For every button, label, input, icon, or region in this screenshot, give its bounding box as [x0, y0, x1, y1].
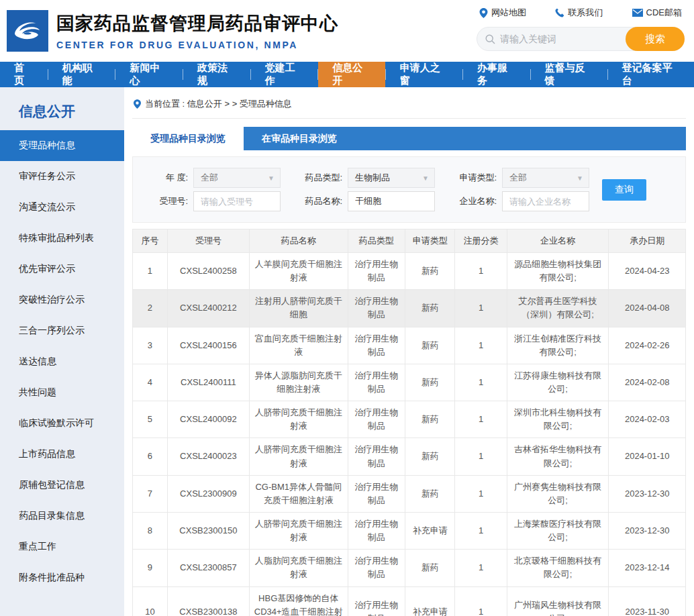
table-cell: 8: [133, 512, 168, 549]
table-cell: 2024-02-08: [609, 364, 686, 401]
acceptance-no-input[interactable]: [193, 191, 281, 211]
year-select[interactable]: 全部▼: [193, 168, 281, 188]
nav-item-1[interactable]: 首页: [0, 62, 48, 87]
table-cell: CXSL2400092: [167, 401, 249, 438]
table-row[interactable]: 2CXSL2400212注射用人脐带间充质干细胞治疗用生物制品新药1艾尔普再生医…: [133, 290, 686, 327]
sidebar-item-14[interactable]: 重点工作: [0, 531, 124, 562]
table-cell: CXSB2300138: [167, 586, 249, 616]
drug-type-label: 药品类型:: [295, 172, 342, 184]
table-cell: 1: [455, 475, 507, 512]
table-row[interactable]: 7CXSL2300909CG-BM1异体人骨髓间充质干细胞注射液治疗用生物制品新…: [133, 475, 686, 512]
sidebar-item-7[interactable]: 三合一序列公示: [0, 315, 124, 346]
table-cell: CXSL2400111: [167, 364, 249, 401]
table-cell: 浙江生创精准医疗科技有限公司;: [507, 327, 609, 364]
table-cell: 人脐带间充质干细胞注射液: [249, 512, 348, 549]
table-cell: 人脐带间充质干细胞注射液: [249, 401, 348, 438]
sidebar-item-8[interactable]: 送达信息: [0, 346, 124, 377]
table-cell: 吉林省拓华生物科技有限公司;: [507, 438, 609, 475]
table-row[interactable]: 1CXSL2400258人羊膜间充质干细胞注射液治疗用生物制品新药1源品细胞生物…: [133, 253, 686, 290]
sidebar-item-3[interactable]: 沟通交流公示: [0, 192, 124, 223]
tab-1[interactable]: 受理品种目录浏览: [132, 127, 244, 150]
nav-item-4[interactable]: 政策法规: [183, 62, 250, 87]
table-row[interactable]: 3CXSL2400156宫血间充质干细胞注射液治疗用生物制品新药1浙江生创精准医…: [133, 327, 686, 364]
sidebar-item-9[interactable]: 共性问题: [0, 377, 124, 408]
sitemap-link[interactable]: 网站地图: [479, 7, 526, 19]
table-cell: 1: [455, 438, 507, 475]
table-cell: 2024-01-10: [609, 438, 686, 475]
phone-icon: [555, 8, 564, 17]
table-row[interactable]: 8CXSB2300150人脐带间充质干细胞注射液治疗用生物制品补充申请1上海莱馥…: [133, 512, 686, 549]
nav-item-8[interactable]: 办事服务: [463, 62, 530, 87]
table-cell: 补充申请: [405, 512, 455, 549]
table-cell: 9: [133, 550, 168, 586]
table-cell: 上海莱馥医疗科技有限公司;: [507, 512, 609, 549]
table-cell: 人脂肪间充质干细胞注射液: [249, 550, 348, 586]
table-cell: 艾尔普再生医学科技（深圳）有限公司;: [507, 290, 609, 327]
cde-mail-link[interactable]: CDE邮箱: [632, 7, 682, 19]
table-cell: 新药: [405, 364, 455, 401]
nav-item-7[interactable]: 申请人之窗: [386, 62, 462, 87]
nav-item-9[interactable]: 监督与反馈: [530, 62, 607, 87]
results-table: 序号受理号药品名称药品类型申请类型注册分类企业名称承办日期 1CXSL24002…: [132, 229, 686, 616]
table-cell: CXSL2300909: [167, 475, 249, 512]
nav-item-6[interactable]: 信息公开: [318, 62, 385, 87]
table-cell: 7: [133, 475, 168, 512]
tab-2[interactable]: 在审品种目录浏览: [244, 127, 355, 150]
table-row[interactable]: 10CXSB2300138HBG基因修饰的自体CD34+造血干细胞注射液治疗用生…: [133, 586, 686, 616]
table-cell: 治疗用生物制品: [348, 364, 405, 401]
table-cell: CXSB2300150: [167, 512, 249, 549]
cde-mail-label: CDE邮箱: [646, 7, 682, 19]
table-cell: 北京瑷格干细胞科技有限公司;: [507, 550, 609, 586]
nav-item-2[interactable]: 机构职能: [48, 62, 115, 87]
nav-item-3[interactable]: 新闻中心: [115, 62, 183, 87]
table-row[interactable]: 6CXSL2400023人脐带间充质干细胞注射液治疗用生物制品新药1吉林省拓华生…: [133, 438, 686, 475]
sidebar-item-4[interactable]: 特殊审批品种列表: [0, 223, 124, 254]
table-cell: 2023-12-30: [609, 475, 686, 512]
column-header: 承办日期: [609, 229, 686, 253]
table-cell: 1: [455, 401, 507, 438]
company-input[interactable]: [502, 191, 589, 211]
table-cell: 3: [133, 327, 168, 364]
sidebar-item-1[interactable]: 受理品种信息: [0, 130, 124, 161]
year-label: 年 度:: [141, 172, 188, 184]
table-cell: 治疗用生物制品: [348, 475, 405, 512]
table-row[interactable]: 4CXSL2400111异体人源脂肪间充质干细胞注射液治疗用生物制品新药1江苏得…: [133, 364, 686, 401]
sidebar-item-6[interactable]: 突破性治疗公示: [0, 285, 124, 315]
search-input[interactable]: [500, 34, 614, 44]
drug-type-select[interactable]: 生物制品▼: [348, 168, 435, 188]
table-cell: 人羊膜间充质干细胞注射液: [249, 253, 348, 290]
table-cell: 1: [455, 586, 507, 616]
nav-item-10[interactable]: 登记备案平台: [607, 62, 693, 87]
table-cell: 2024-02-03: [609, 401, 686, 438]
site-title-block: 国家药品监督管理局药品审评中心 CENTER FOR DRUG EVALUATI…: [56, 11, 338, 50]
table-row[interactable]: 5CXSL2400092人脐带间充质干细胞注射液治疗用生物制品新药1深圳市北科生…: [133, 401, 686, 438]
table-cell: 2023-12-30: [609, 512, 686, 549]
sidebar-item-10[interactable]: 临床试验默示许可: [0, 408, 124, 439]
sidebar-item-13[interactable]: 药品目录集信息: [0, 501, 124, 531]
sidebar-item-2[interactable]: 审评任务公示: [0, 161, 124, 192]
site-search: 搜索: [477, 27, 685, 51]
table-cell: 治疗用生物制品: [348, 327, 405, 364]
table-cell: 广州瑞风生物科技有限公司;: [507, 586, 609, 616]
apply-type-select[interactable]: 全部▼: [502, 168, 589, 188]
sidebar-item-12[interactable]: 原辅包登记信息: [0, 470, 124, 501]
table-cell: 2: [133, 290, 168, 327]
sitemap-label: 网站地图: [491, 7, 526, 19]
main-content: 当前位置 : 信息公开 > > 受理品种信息 受理品种目录浏览在审品种目录浏览 …: [124, 87, 694, 616]
drug-type-select-value: 生物制品: [355, 172, 390, 184]
table-cell: 2024-04-08: [609, 290, 686, 327]
sidebar-item-11[interactable]: 上市药品信息: [0, 439, 124, 470]
sidebar-item-15[interactable]: 附条件批准品种: [0, 562, 124, 593]
table-cell: 6: [133, 438, 168, 475]
column-header: 药品名称: [249, 229, 348, 253]
contact-link[interactable]: 联系我们: [555, 7, 603, 19]
table-cell: 2023-12-14: [609, 550, 686, 586]
table-cell: CXSL2400023: [167, 438, 249, 475]
nav-item-5[interactable]: 党建工作: [251, 62, 318, 87]
search-button[interactable]: 搜索: [626, 27, 685, 51]
table-row[interactable]: 9CXSL2300857人脂肪间充质干细胞注射液治疗用生物制品新药1北京瑷格干细…: [133, 550, 686, 586]
site-title-en: CENTER FOR DRUG EVALUATION, NMPA: [56, 40, 338, 50]
drug-name-input[interactable]: [348, 191, 435, 211]
sidebar-item-5[interactable]: 优先审评公示: [0, 254, 124, 285]
query-button[interactable]: 查询: [602, 179, 646, 201]
